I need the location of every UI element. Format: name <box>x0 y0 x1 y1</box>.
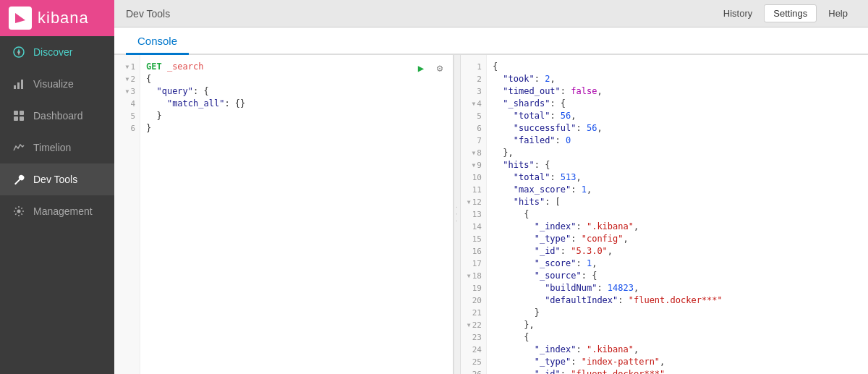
sidebar-logo[interactable]: kibana <box>0 0 114 36</box>
sidebar-item-discover-label: Discover <box>33 46 72 58</box>
history-button[interactable]: History <box>715 4 761 22</box>
svg-rect-8 <box>14 116 18 121</box>
run-button[interactable]: ▶ <box>414 61 428 75</box>
svg-point-10 <box>17 210 21 213</box>
main-content: Dev Tools History Settings Help Console … <box>114 0 868 374</box>
svg-rect-9 <box>20 116 24 121</box>
topbar-title: Dev Tools <box>126 8 170 20</box>
topbar-actions: History Settings Help <box>715 4 856 22</box>
sidebar-item-timelion-label: Timelion <box>33 142 71 153</box>
input-code-content[interactable]: GET _search { "query": { "match_all": {}… <box>140 55 453 374</box>
sidebar-nav: Discover Visualize Dashboar <box>0 36 114 227</box>
panel-divider[interactable]: · · · <box>454 55 461 374</box>
wrench-icon <box>12 172 26 187</box>
svg-rect-3 <box>14 85 16 89</box>
editor-area: ▼ 1 ▼ 2 ▼ 3 4 5 6 GET _search { "query":… <box>114 55 868 374</box>
divider-handle: · · · <box>453 206 461 224</box>
sidebar-item-timelion[interactable]: Timelion <box>0 132 114 163</box>
sidebar: kibana Discover Visualize <box>0 0 114 374</box>
svg-rect-7 <box>20 111 24 115</box>
sidebar-item-visualize[interactable]: Visualize <box>0 68 114 100</box>
sidebar-item-visualize-label: Visualize <box>33 78 74 90</box>
sidebar-item-dashboard-label: Dashboard <box>33 110 83 122</box>
sidebar-item-discover[interactable]: Discover <box>0 36 114 68</box>
gear-icon <box>12 204 26 218</box>
input-line-numbers: ▼ 1 ▼ 2 ▼ 3 4 5 6 <box>114 55 140 374</box>
kibana-logo-text: kibana <box>38 9 89 27</box>
sidebar-item-management-label: Management <box>33 205 93 217</box>
input-panel: ▼ 1 ▼ 2 ▼ 3 4 5 6 GET _search { "query":… <box>114 55 454 374</box>
dashboard-icon <box>12 109 26 123</box>
tab-console[interactable]: Console <box>126 29 189 55</box>
input-actions: ▶ ⚙ <box>414 61 447 75</box>
output-panel: 1 2 3 ▼ 4 5 6 7 ▼ 8 ▼ 9 10 11 ▼ 12 13 14… <box>461 55 868 374</box>
svg-rect-6 <box>14 111 18 115</box>
sidebar-item-devtools-label: Dev Tools <box>33 174 77 185</box>
output-scroll-area[interactable]: 1 2 3 ▼ 4 5 6 7 ▼ 8 ▼ 9 10 11 ▼ 12 13 14… <box>461 55 868 374</box>
compass-icon <box>12 45 26 59</box>
topbar: Dev Tools History Settings Help <box>114 0 868 27</box>
sidebar-item-dashboard[interactable]: Dashboard <box>0 100 114 132</box>
timelion-icon <box>12 140 26 155</box>
svg-rect-4 <box>17 82 20 89</box>
kibana-logo-icon <box>9 7 32 30</box>
output-code-content[interactable]: { "took": 2, "timed_out": false, "_shard… <box>487 55 868 374</box>
bar-chart-icon <box>12 77 26 91</box>
input-code-area[interactable]: ▼ 1 ▼ 2 ▼ 3 4 5 6 GET _search { "query":… <box>114 55 453 374</box>
settings-button[interactable]: Settings <box>764 4 817 22</box>
settings-icon[interactable]: ⚙ <box>433 61 447 75</box>
svg-rect-5 <box>21 80 23 89</box>
console-tabbar: Console <box>114 27 868 55</box>
help-button[interactable]: Help <box>820 4 856 22</box>
sidebar-item-devtools[interactable]: Dev Tools <box>0 163 114 195</box>
output-line-numbers: 1 2 3 ▼ 4 5 6 7 ▼ 8 ▼ 9 10 11 ▼ 12 13 14… <box>461 55 487 374</box>
sidebar-item-management[interactable]: Management <box>0 195 114 227</box>
